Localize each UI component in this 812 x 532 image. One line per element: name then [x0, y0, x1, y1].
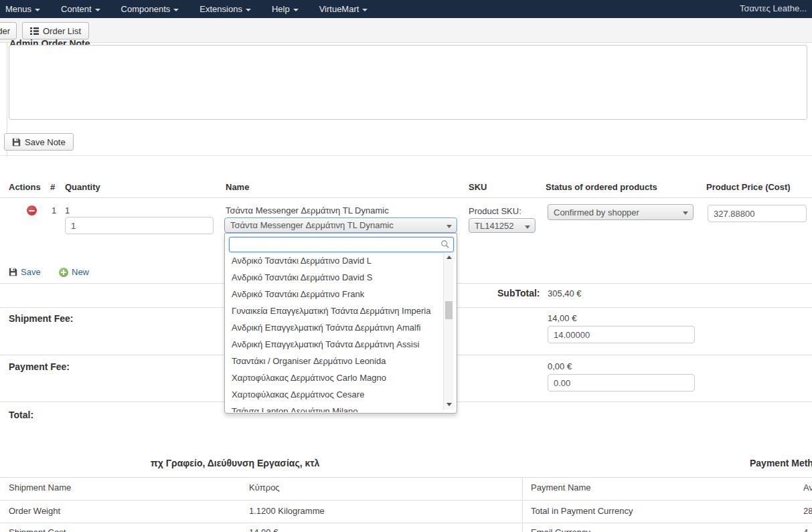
dropdown-option[interactable]: Χαρτοφύλακας Δερμάτινος Carlo Magno	[226, 369, 456, 386]
divider	[0, 500, 812, 501]
save-link[interactable]: Save	[9, 267, 41, 277]
col-header-price: Product Price (Cost)	[706, 182, 791, 192]
scroll-down-icon[interactable]	[444, 400, 454, 410]
menu-help[interactable]: Help	[272, 4, 299, 14]
divider	[0, 523, 812, 523]
delete-icon[interactable]	[27, 205, 37, 215]
detail-label: Email Currency	[531, 527, 590, 532]
dropdown-arrow-icon	[446, 225, 452, 228]
chevron-down-icon	[35, 9, 40, 11]
menu-extensions[interactable]: Extensions	[199, 4, 251, 14]
menu-virtuemart[interactable]: VirtueMart	[319, 4, 368, 14]
detail-value: Κύπρος	[249, 482, 280, 493]
save-note-button[interactable]: Save Note	[4, 133, 74, 151]
product-sku-select[interactable]: TL141252	[469, 218, 536, 233]
detail-label: Order Weight	[9, 506, 60, 516]
dropdown-option[interactable]: Τσαντάκι / Organiser Δερμάτινο Leonida	[226, 353, 456, 369]
dropdown-option[interactable]: Χαρτοφύλακας Δερμάτινος Cesare	[226, 386, 456, 403]
detail-label: Shipment Name	[9, 482, 71, 493]
admin-navbar: Menus Content Components Extensions Help…	[0, 0, 812, 18]
dropdown-option[interactable]: Γυναικεία Επαγγελματική Τσάντα Δερμάτινη…	[226, 302, 456, 319]
product-name-select[interactable]: Τσάντα Messenger Δερμάτινη TL Dynamic	[224, 217, 457, 233]
shipment-fee-input[interactable]	[548, 326, 695, 343]
detail-label: Payment Name	[531, 482, 591, 493]
order-status-select[interactable]: Confirmed by shopper	[548, 204, 694, 220]
chevron-down-icon	[95, 9, 100, 11]
chevron-down-icon	[293, 9, 299, 11]
subtotal-label: SubTotal:	[497, 288, 538, 298]
admin-order-note-textarea[interactable]	[9, 45, 807, 120]
product-dropdown-panel: Ανδρικό Τσαντάκι Δερμάτινο David L Ανδρι…	[224, 233, 457, 414]
shipment-fee-value: 14,00 €	[548, 313, 576, 323]
payment-fee-input[interactable]	[548, 374, 695, 391]
menu-components[interactable]: Components	[121, 4, 179, 14]
payment-fee-label: Payment Fee:	[9, 361, 70, 372]
detail-label: Shipment Cost	[9, 527, 66, 532]
dropdown-option[interactable]: Ανδρικό Τσαντάκι Δερμάτινο David S	[226, 269, 456, 286]
order-list-button[interactable]: Order List	[22, 22, 89, 39]
dropdown-arrow-icon	[683, 211, 688, 215]
menu-content[interactable]: Content	[61, 4, 100, 14]
search-input[interactable]	[229, 237, 454, 252]
save-icon	[12, 138, 21, 147]
dropdown-option[interactable]: Τσάντα Laptop Δερμάτινη Milano	[226, 403, 456, 412]
dropdown-option[interactable]: Ανδρική Επαγγελματική Τσάντα Δερμάτινη A…	[226, 319, 456, 336]
shipment-fee-label: Shipment Fee:	[9, 313, 73, 324]
detail-value: 4	[803, 527, 808, 532]
save-icon	[9, 268, 17, 276]
detail-value: 28	[803, 506, 812, 516]
product-price-input[interactable]	[708, 205, 807, 222]
shipment-address-heading: πχ Γραφείο, Διεύθυνση Εργασίας, κτλ	[151, 458, 319, 468]
col-header-quantity: Quantity	[65, 182, 100, 192]
table-divider	[522, 477, 523, 532]
search-icon	[440, 240, 450, 249]
clipped-order-button[interactable]: der	[0, 22, 17, 39]
detail-value: 1.1200 Kilogramme	[249, 506, 325, 516]
total-label: Total:	[9, 410, 33, 420]
new-link[interactable]: New	[59, 267, 89, 277]
detail-value: Αν	[803, 482, 812, 493]
divider	[0, 197, 812, 198]
divider	[0, 477, 812, 478]
col-header-sku: SKU	[469, 182, 487, 192]
scrollbar[interactable]	[443, 252, 453, 410]
detail-label: Total in Payment Currency	[531, 506, 633, 516]
quantity-input[interactable]	[65, 217, 214, 234]
list-icon	[30, 27, 39, 35]
chevron-down-icon	[362, 9, 368, 11]
col-header-name: Name	[226, 182, 249, 192]
chevron-down-icon	[173, 9, 179, 11]
product-name-text: Τσάντα Messenger Δερμάτινη TL Dynamic	[226, 205, 389, 215]
col-header-actions: Actions	[9, 182, 41, 192]
scroll-up-icon[interactable]	[444, 252, 454, 262]
dropdown-option[interactable]: Ανδρική Επαγγελματική Τσάντα Δερμάτινη A…	[226, 336, 456, 353]
dropdown-arrow-icon	[525, 226, 530, 229]
order-edit-page: Menus Content Components Extensions Help…	[0, 0, 812, 532]
divider	[0, 155, 812, 156]
product-sku-label: Product SKU:	[469, 206, 521, 216]
detail-value: 14,00 €	[249, 527, 278, 532]
plus-icon	[59, 268, 68, 277]
scrollbar-thumb[interactable]	[445, 301, 453, 319]
site-name: Τσαντες Leathe...	[740, 3, 807, 13]
col-header-status: Status of ordered products	[546, 182, 657, 192]
col-header-num: #	[50, 182, 55, 192]
dropdown-option[interactable]: Ανδρικό Τσαντάκι Δερμάτινο Frank	[226, 286, 456, 302]
quantity-text: 1	[65, 205, 70, 215]
menu-menus[interactable]: Menus	[5, 4, 40, 14]
dropdown-option[interactable]: Ανδρικό Τσαντάκι Δερμάτινο David L	[226, 252, 456, 269]
payment-method-heading: Payment Method	[750, 458, 812, 468]
row-number: 1	[52, 205, 56, 215]
toolbar: der Order List	[0, 18, 812, 43]
product-option-list: Ανδρικό Τσαντάκι Δερμάτινο David L Ανδρι…	[226, 252, 456, 412]
subtotal-value: 305,40 €	[548, 288, 582, 298]
chevron-down-icon	[246, 9, 251, 11]
payment-fee-value: 0,00 €	[548, 361, 572, 371]
